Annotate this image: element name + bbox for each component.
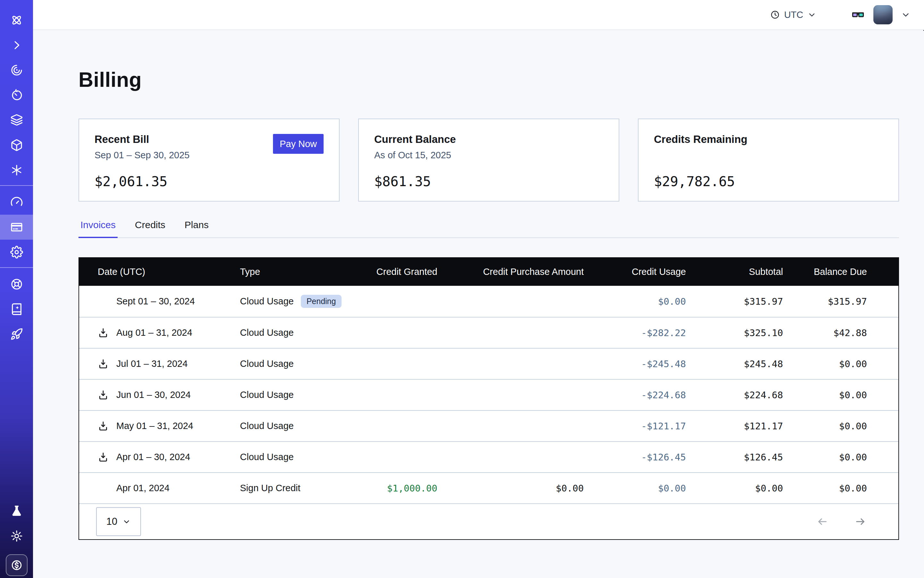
- credit-usage-value: -$282.22: [584, 328, 686, 338]
- sidebar-item-getting-started[interactable]: [0, 321, 33, 347]
- sidebar-item-dashboard[interactable]: [0, 190, 33, 215]
- recent-bill-card: Recent Bill Sep 01 – Sep 30, 2025 $2,061…: [78, 119, 339, 201]
- sidebar-item-storage[interactable]: [0, 133, 33, 157]
- balance-due-value: $0.00: [783, 421, 867, 432]
- sidebar-item-support[interactable]: [0, 272, 33, 297]
- sidebar-item-docs[interactable]: [0, 297, 33, 321]
- previous-page-button[interactable]: [815, 516, 830, 527]
- credit-usage-value: -$245.48: [584, 359, 686, 369]
- credits-button[interactable]: [6, 554, 28, 576]
- pager-arrows: [815, 516, 867, 527]
- view-mode-button[interactable]: [851, 8, 865, 22]
- credit-usage-value: -$224.68: [584, 390, 686, 401]
- credit-granted-value: $1,000.00: [355, 483, 437, 494]
- sidebar-item-billing[interactable]: [0, 215, 33, 240]
- invoice-date: Jul 01 – 31, 2024: [116, 359, 188, 369]
- sidebar-divider: [0, 185, 33, 186]
- col-credit-purchase-amount: Credit Purchase Amount: [437, 266, 584, 277]
- invoice-type: Cloud Usage: [240, 296, 294, 307]
- table-row: Aug 01 – 31, 2024 Cloud Usage -$282.22 $…: [79, 317, 898, 348]
- gauge-icon: [10, 196, 23, 209]
- download-icon: [98, 390, 109, 401]
- download-invoice-button[interactable]: [98, 328, 109, 338]
- sidebar: [0, 0, 33, 578]
- asterisk-icon: [10, 164, 23, 177]
- sidebar-item-settings[interactable]: [0, 240, 33, 265]
- sidebar-logo[interactable]: [0, 8, 33, 32]
- tab-plans[interactable]: Plans: [183, 219, 211, 238]
- col-date: Date (UTC): [79, 266, 225, 277]
- download-invoice-button[interactable]: [98, 421, 109, 432]
- gear-icon: [10, 246, 23, 258]
- invoice-date: Aug 01 – 31, 2024: [116, 328, 192, 338]
- timezone-picker[interactable]: UTC: [770, 10, 816, 20]
- rocket-icon: [10, 328, 23, 341]
- credits-remaining-amount: $29,782.65: [654, 174, 883, 189]
- card-title: Credits Remaining: [654, 133, 883, 146]
- table-row: May 01 – 31, 2024 Cloud Usage -$121.17 $…: [79, 410, 898, 441]
- balance-due-value: $0.00: [783, 390, 867, 401]
- arrow-right-icon: [853, 516, 867, 527]
- download-invoice-button[interactable]: [98, 452, 109, 463]
- current-balance-amount: $861.35: [374, 174, 603, 189]
- credit-purchase-value: $0.00: [437, 483, 584, 494]
- cube-icon: [10, 139, 23, 151]
- dollar-badge-icon: [10, 559, 23, 572]
- pay-now-button[interactable]: Pay Now: [273, 134, 323, 154]
- table-row: Jun 01 – 30, 2024 Cloud Usage -$224.68 $…: [79, 379, 898, 410]
- card-subtitle-empty: [654, 150, 883, 161]
- tab-invoices[interactable]: Invoices: [78, 219, 118, 238]
- table-row: Apr 01 – 30, 2024 Cloud Usage -$126.45 $…: [79, 441, 898, 472]
- chevron-right-icon: [10, 39, 23, 52]
- page-size-value: 10: [106, 516, 117, 528]
- col-credit-usage: Credit Usage: [584, 266, 686, 277]
- download-icon: [98, 359, 109, 369]
- credit-card-icon: [10, 221, 23, 234]
- invoice-type: Sign Up Credit: [240, 483, 300, 494]
- credit-usage-value: -$126.45: [584, 452, 686, 463]
- sidebar-item-observe[interactable]: [0, 58, 33, 83]
- page-size-select[interactable]: 10: [96, 507, 141, 536]
- invoices-table: Date (UTC) Type Credit Granted Credit Pu…: [78, 257, 899, 540]
- table-pagination: 10: [79, 503, 898, 539]
- subtotal-value: $121.17: [686, 421, 783, 432]
- current-balance-card: Current Balance As of Oct 15, 2025 $861.…: [358, 119, 619, 201]
- subtotal-value: $126.45: [686, 452, 783, 463]
- table-row: Jul 01 – 31, 2024 Cloud Usage -$245.48 $…: [79, 348, 898, 379]
- col-subtotal: Subtotal: [686, 266, 783, 277]
- tab-credits[interactable]: Credits: [133, 219, 167, 238]
- invoice-date: May 01 – 31, 2024: [116, 421, 193, 431]
- orbit-logo-icon: [10, 14, 23, 27]
- balance-due-value: $315.97: [783, 296, 867, 307]
- table-row: Apr 01, 2024 Sign Up Credit $1,000.00 $0…: [79, 472, 898, 503]
- invoice-type: Cloud Usage: [240, 421, 294, 431]
- sidebar-item-timer[interactable]: [0, 83, 33, 108]
- recent-bill-amount: $2,061.35: [94, 174, 323, 189]
- download-icon: [98, 452, 109, 463]
- table-header-row: Date (UTC) Type Credit Granted Credit Pu…: [79, 258, 898, 286]
- next-page-button[interactable]: [853, 516, 867, 527]
- download-invoice-button[interactable]: [98, 390, 109, 401]
- book-sparkle-icon: [10, 303, 23, 316]
- credit-usage-value: $0.00: [584, 483, 686, 494]
- sidebar-item-layers[interactable]: [0, 108, 33, 133]
- col-balance-due: Balance Due: [783, 266, 867, 277]
- sidebar-divider: [0, 267, 33, 268]
- life-buoy-icon: [10, 278, 23, 291]
- sidebar-item-theme[interactable]: [0, 524, 33, 549]
- credit-usage-value: $0.00: [584, 296, 686, 307]
- account-menu-button[interactable]: [901, 10, 911, 19]
- sidebar-expand[interactable]: [0, 32, 33, 58]
- pending-status-badge: Pending: [301, 295, 342, 308]
- sidebar-item-functions[interactable]: [0, 157, 33, 183]
- download-invoice-button[interactable]: [98, 359, 109, 369]
- sidebar-item-labs[interactable]: [0, 498, 33, 524]
- invoice-date: Jun 01 – 30, 2024: [116, 390, 191, 400]
- main-content: Billing Recent Bill Sep 01 – Sep 30, 202…: [33, 31, 924, 578]
- invoice-date: Apr 01, 2024: [116, 483, 169, 494]
- user-avatar[interactable]: [874, 5, 893, 24]
- subtotal-value: $0.00: [686, 483, 783, 494]
- col-type: Type: [225, 266, 355, 277]
- sidebar-bottom-group: [0, 498, 33, 578]
- balance-due-value: $0.00: [783, 452, 867, 463]
